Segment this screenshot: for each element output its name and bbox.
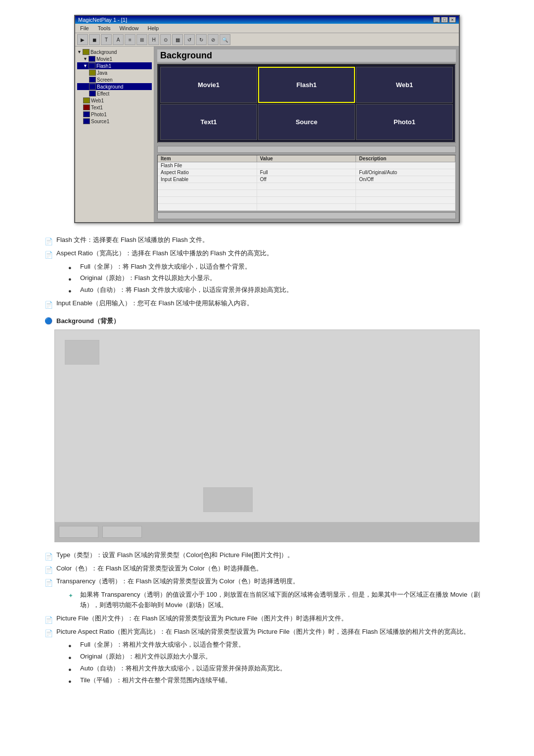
circle-icon-2: [68, 274, 76, 282]
tree-icon-text1: [83, 104, 90, 110]
sub-bullets-aspect: Full（全屏）：将 Flash 文件放大或缩小，以适合整个背景。 Origin…: [44, 262, 490, 295]
props-scrollbar-h[interactable]: [157, 212, 456, 219]
tree-item-flash1[interactable]: ▼ Flash1: [77, 62, 152, 69]
toolbar-btn-10[interactable]: ↺: [184, 34, 195, 45]
props-col-desc: Description: [356, 155, 455, 162]
props-cell-inputenable-item: Input Enable: [158, 176, 257, 183]
bullet-pic-original-text: Original（原始）：相片文件以原始大小显示。: [80, 652, 212, 662]
bullet-pic-original: Original（原始）：相片文件以原始大小显示。: [68, 652, 490, 662]
section-flash: Flash 文件：选择要在 Flash 区域播放的 Flash 文件。 Aspe…: [44, 235, 490, 309]
canvas-scrollbar-h[interactable]: [157, 146, 456, 153]
canvas-cell-flash1[interactable]: Flash1: [258, 67, 355, 103]
title-bar-buttons: _ □ ×: [433, 17, 456, 23]
properties-panel: Item Value Description Flash File Aspect…: [157, 155, 456, 211]
bullet-flashfile-text: Flash 文件：选择要在 Flash 区域播放的 Flash 文件。: [56, 235, 209, 245]
toolbar-btn-12[interactable]: ⊘: [208, 34, 219, 45]
bg-box-tl: [65, 340, 99, 365]
toolbar-btn-5[interactable]: ≡: [125, 34, 135, 45]
menu-file[interactable]: File: [78, 25, 91, 32]
tree-icon-java: [89, 70, 96, 76]
toolbar-btn-13[interactable]: 🔍: [220, 34, 230, 45]
circle-icon-3: [68, 286, 76, 294]
tree-item-screen[interactable]: Screen: [77, 76, 152, 83]
bg-bottom-bar: [55, 522, 479, 542]
props-row-aspectratio: Aspect Ratio Full Full/Original/Auto: [158, 169, 455, 176]
bullet-pic-tile-text: Tile（平铺）：相片文件在整个背景范围内连续平铺。: [80, 675, 231, 686]
tree-icon-effect: [89, 91, 96, 96]
toolbar-btn-8[interactable]: ⊙: [160, 34, 171, 45]
toolbar-btn-2[interactable]: ◼: [89, 34, 100, 45]
doc-icon-2: [44, 249, 52, 257]
tree-item-java[interactable]: Java: [77, 69, 152, 76]
bullet-inputenable: Input Enable（启用输入）：您可在 Flash 区域中使用鼠标输入内容…: [44, 298, 490, 309]
sub-bullets-transparency: 如果将 Transparency（透明）的值设置小于 100，则放置在当前区域下…: [44, 590, 490, 611]
bullet-transparency-note-text: 如果将 Transparency（透明）的值设置小于 100，则放置在当前区域下…: [80, 590, 490, 611]
section-bg-heading: Background（背景）: [44, 317, 490, 542]
tree-item-background[interactable]: Background: [77, 83, 152, 90]
page-wrapper: MagicNetPlay 1 - [1] _ □ × File Tools Wi…: [0, 0, 534, 704]
bullet-type: Type（类型）：设置 Flash 区域的背景类型（Color[色]和 Pict…: [44, 550, 490, 561]
menu-help[interactable]: Help: [146, 25, 161, 32]
bullet-type-text: Type（类型）：设置 Flash 区域的背景类型（Color[色]和 Pict…: [56, 550, 294, 561]
menu-window[interactable]: Window: [117, 25, 140, 32]
canvas-cell-photo1[interactable]: Photo1: [356, 104, 453, 140]
props-header: Item Value Description: [158, 155, 455, 162]
toolbar-btn-3[interactable]: T: [101, 34, 112, 45]
bullet-pictureaspect-text: Picture Aspect Ratio（图片宽高比）：在 Flash 区域的背…: [56, 627, 470, 637]
toolbar-btn-4[interactable]: A: [113, 34, 124, 45]
minimize-button[interactable]: _: [433, 17, 440, 23]
canvas-cell-source[interactable]: Source: [258, 104, 355, 140]
props-cell-inputenable-desc: On/Off: [356, 176, 455, 183]
doc-icon-8: [44, 628, 52, 636]
bullet-original-text: Original（原始）：Flash 文件以原始大小显示。: [80, 273, 216, 284]
canvas-cell-movie1[interactable]: Movie1: [160, 67, 257, 103]
props-cell-inputenable-value[interactable]: Off: [257, 176, 356, 183]
props-row-empty2: [158, 190, 455, 197]
bullet-inputenable-text: Input Enable（启用输入）：您可在 Flash 区域中使用鼠标输入内容…: [56, 298, 253, 309]
props-row-flashfile: Flash File: [158, 162, 455, 169]
bullet-aspectratio: Aspect Ratio（宽高比）：选择在 Flash 区域中播放的 Flash…: [44, 248, 490, 259]
tree-item-effect[interactable]: Effect: [77, 90, 152, 97]
props-row-empty3: [158, 197, 455, 204]
props-col-item: Item: [158, 155, 257, 162]
toolbar-btn-7[interactable]: H: [148, 34, 159, 45]
toolbar-btn-1[interactable]: ▶: [77, 34, 88, 45]
bullet-transparency: Transparency（透明）：在 Flash 区域的背景类型设置为 Colo…: [44, 576, 490, 587]
canvas-cell-web1[interactable]: Web1: [356, 67, 453, 103]
props-cell-flashfile-desc: [356, 162, 455, 169]
props-cell-aspectratio-item: Aspect Ratio: [158, 169, 257, 176]
doc-icon-1: [44, 236, 52, 244]
tree-icon-source1: [83, 118, 90, 124]
menu-tools[interactable]: Tools: [96, 25, 113, 32]
doc-icon-7: [44, 614, 52, 622]
tree-icon-photo1: [83, 111, 90, 117]
close-button[interactable]: ×: [449, 17, 456, 23]
bullet-pic-auto-text: Auto（自动）：将相片文件放大或缩小，以适应背景并保持原始高宽比。: [80, 663, 286, 674]
toolbar-btn-9[interactable]: ▦: [172, 34, 183, 45]
bullet-picturefile-text: Picture File（图片文件）：在 Flash 区域的背景类型设置为 Pi…: [56, 614, 348, 624]
tree-icon-screen: [89, 77, 96, 83]
tree-icon-web1: [83, 97, 90, 103]
tree-item-text1[interactable]: Text1: [77, 104, 152, 111]
tree-item-web1[interactable]: Web1: [77, 97, 152, 104]
bullet-flashfile: Flash 文件：选择要在 Flash 区域播放的 Flash 文件。: [44, 235, 490, 245]
canvas-area: Movie1 Flash1 Web1 Text1 Source Photo1: [157, 64, 456, 143]
tree-item-bg[interactable]: ▼ Background: [77, 48, 152, 55]
bg-box-mb: [203, 487, 253, 512]
tree-item-movie1[interactable]: ▼ Movie1: [77, 55, 152, 62]
bg-heading-text: Background（背景）: [56, 317, 120, 326]
bg-bottom-cell-2: [102, 526, 142, 538]
bullet-color-text: Color（色）：在 Flash 区域的背景类型设置为 Color（色）时选择颜…: [56, 564, 263, 574]
content-title: Background: [157, 49, 456, 62]
circle-icon-1: [68, 263, 76, 271]
bullet-transparency-note: 如果将 Transparency（透明）的值设置小于 100，则放置在当前区域下…: [68, 590, 490, 611]
maximize-button[interactable]: □: [441, 17, 448, 23]
tree-item-source1[interactable]: Source1: [77, 118, 152, 125]
tree-item-photo1[interactable]: Photo1: [77, 111, 152, 118]
props-cell-flashfile-value[interactable]: [257, 162, 356, 169]
bg-diagram: [54, 330, 480, 542]
canvas-cell-text1[interactable]: Text1: [160, 104, 257, 140]
toolbar-btn-6[interactable]: ⊞: [136, 34, 147, 45]
toolbar-btn-11[interactable]: ↻: [196, 34, 207, 45]
props-cell-aspectratio-value[interactable]: Full: [257, 169, 356, 176]
